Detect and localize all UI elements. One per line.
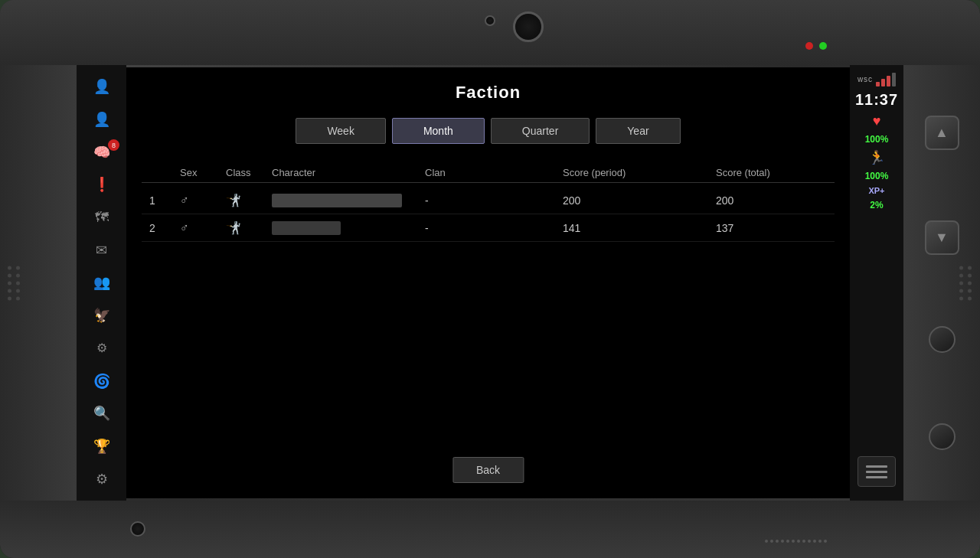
quests-icon: ❗ xyxy=(93,176,110,193)
rank-1: 1 xyxy=(149,194,180,207)
header-class: Class xyxy=(226,167,272,178)
left-panel xyxy=(0,65,77,501)
header-score-period: Score (period) xyxy=(563,167,716,178)
class-1: 🤺 xyxy=(226,193,272,207)
xp-label: XP+ xyxy=(868,186,884,195)
clan-2: - xyxy=(425,222,563,234)
back-button[interactable]: Back xyxy=(452,457,524,483)
clan-1: - xyxy=(425,194,563,207)
sidebar-item-group[interactable]: 👥 xyxy=(80,267,122,299)
settings-icon: ⚙ xyxy=(96,471,108,488)
main-screen: Faction Week Month Quarter Year Sex Clas… xyxy=(126,67,850,498)
sidebar-item-character[interactable]: 👤 xyxy=(80,71,122,103)
sidebar-item-faction[interactable]: 🦅 xyxy=(80,300,122,331)
bottom-speaker xyxy=(765,540,827,543)
health-percent: 100% xyxy=(865,134,889,145)
menu-button[interactable] xyxy=(858,456,896,487)
sex-1: ♂ xyxy=(180,194,226,207)
period-tabs: Week Month Quarter Year xyxy=(296,118,680,144)
camera-lens xyxy=(513,11,544,42)
sidebar-item-messages[interactable]: ✉ xyxy=(80,234,122,266)
score-total-1: 200 xyxy=(716,194,850,207)
right-grip xyxy=(959,266,972,300)
bottom-bar xyxy=(0,501,980,558)
table-header: Sex Class Character Clan Score (period) … xyxy=(142,163,835,183)
sidebar-item-search[interactable]: 🔍 xyxy=(80,398,122,429)
left-grip xyxy=(8,266,21,300)
score-total-2: 137 xyxy=(716,222,850,234)
wsc-label: wsc xyxy=(858,75,873,83)
rank-2: 2 xyxy=(149,222,180,234)
screen-content: Faction Week Month Quarter Year Sex Clas… xyxy=(126,67,850,498)
right-btn-down[interactable]: ▼ xyxy=(925,220,959,255)
stamina-icon: 🏃 xyxy=(868,149,885,166)
sidebar-item-tech[interactable]: ⚙ xyxy=(80,333,122,364)
sidebar-item-settings[interactable]: ⚙ xyxy=(80,463,122,494)
sidebar-item-profile[interactable]: 🌀 xyxy=(80,365,122,396)
right-circle-top[interactable] xyxy=(929,326,956,353)
top-bar xyxy=(0,0,980,65)
map-icon: 🗺 xyxy=(95,210,109,226)
indicator-lights xyxy=(805,42,827,50)
header-sex: Sex xyxy=(180,167,226,178)
header-clan: Clan xyxy=(425,167,563,178)
header-rank xyxy=(149,167,180,178)
nav-sidebar: 👤 👤 🧠 8 ❗ 🗺 ✉ 👥 🦅 ⚙ 🌀 🔍 xyxy=(77,65,126,501)
search-icon: 🔍 xyxy=(93,405,110,422)
character-icon: 👤 xyxy=(93,78,110,95)
score-period-2: 141 xyxy=(563,222,716,234)
sidebar-item-achievements[interactable]: 🏆 xyxy=(80,431,122,462)
character-name-2 xyxy=(272,221,425,235)
group-icon: 👥 xyxy=(93,274,110,291)
score-period-1: 200 xyxy=(563,194,716,207)
class-2: 🤺 xyxy=(226,220,272,235)
achievements-icon: 🏆 xyxy=(93,438,110,455)
camera-small xyxy=(485,15,495,26)
right-panel: ▲ ▼ xyxy=(903,65,980,501)
sidebar-item-quests[interactable]: ❗ xyxy=(80,169,122,201)
indicator-red-light xyxy=(805,42,813,50)
time-display: 11:37 xyxy=(855,91,898,109)
sidebar-item-npc[interactable]: 👤 xyxy=(80,104,122,135)
stamina-percent: 100% xyxy=(865,171,889,181)
tab-month[interactable]: Month xyxy=(392,118,485,144)
health-icon: ♥ xyxy=(873,113,881,129)
tech-icon: ⚙ xyxy=(96,341,107,355)
sidebar-item-skills[interactable]: 🧠 8 xyxy=(80,136,122,168)
npc-icon: 👤 xyxy=(93,111,110,128)
character-name-1 xyxy=(272,194,425,207)
tab-week[interactable]: Week xyxy=(296,118,386,144)
right-btn-up[interactable]: ▲ xyxy=(925,116,959,150)
table-row: 2 ♂ 🤺 - 141 137 xyxy=(142,214,835,242)
sex-2: ♂ xyxy=(180,221,226,235)
screen-title: Faction xyxy=(456,83,521,103)
tab-year[interactable]: Year xyxy=(596,118,680,144)
indicator-green-light xyxy=(819,42,827,50)
leaderboard-table: Sex Class Character Clan Score (period) … xyxy=(142,163,835,242)
right-circle-bottom[interactable] xyxy=(929,423,956,450)
sidebar-item-map[interactable]: 🗺 xyxy=(80,202,122,233)
status-panel: wsc 11:37 ♥ 100% 🏃 100% XP+ 2% xyxy=(850,65,903,501)
tab-quarter[interactable]: Quarter xyxy=(491,118,590,144)
signal-bars xyxy=(876,71,896,86)
skills-badge: 8 xyxy=(108,139,119,151)
header-character: Character xyxy=(272,167,425,178)
device-frame: ▲ ▼ wsc 11:37 ♥ 100% 🏃 100% XP+ 2% xyxy=(0,0,980,558)
header-score-total: Score (total) xyxy=(716,167,850,178)
profile-icon: 🌀 xyxy=(93,373,110,390)
table-row: 1 ♂ 🤺 - 200 200 xyxy=(142,187,835,214)
faction-icon: 🦅 xyxy=(93,307,110,324)
xp-percent: 2% xyxy=(870,200,883,210)
bottom-camera xyxy=(130,521,145,537)
messages-icon: ✉ xyxy=(96,242,107,259)
